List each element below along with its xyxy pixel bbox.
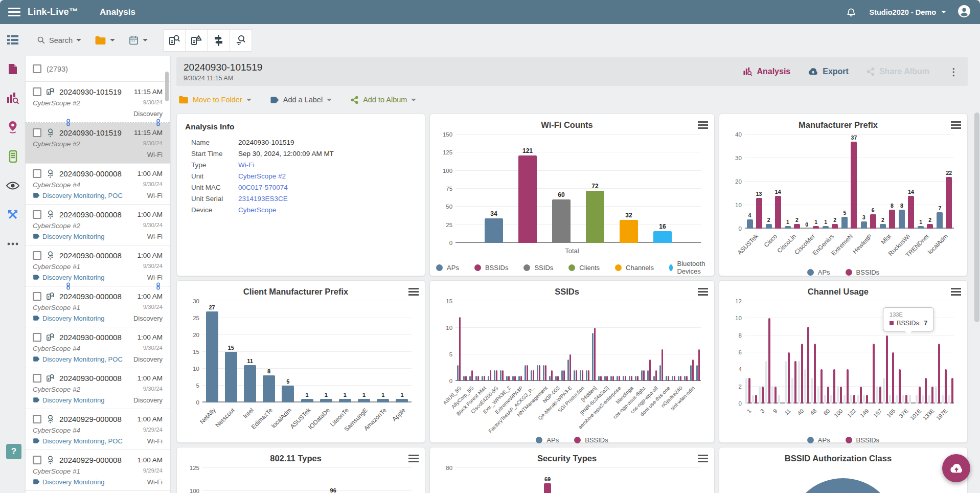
bar-SamsungE-Clients <box>358 399 370 402</box>
wifi-analysis-button[interactable] <box>230 30 252 51</box>
chart-menu-icon[interactable] <box>951 119 961 130</box>
problems-analysis-button[interactable] <box>186 30 208 51</box>
link-chain-icon <box>64 119 73 127</box>
discovery-analysis-button[interactable] <box>164 30 186 51</box>
search-control[interactable]: Search <box>37 36 81 44</box>
bar-cos-ngp-wpa-all-APs <box>653 376 655 381</box>
item-labels[interactable]: Discovery Monitoring <box>33 315 104 322</box>
item-checkbox[interactable] <box>33 128 41 137</box>
bar-ExtremeN-BSSIDs <box>851 142 857 229</box>
move-to-folder-button[interactable]: Move to Folder <box>178 96 252 104</box>
x-axis-label: Total <box>436 247 708 255</box>
item-time: 1:00 AM <box>137 374 163 382</box>
item-labels[interactable]: Discovery Monitoring <box>33 233 104 240</box>
item-checkbox[interactable] <box>33 251 41 260</box>
legend-item-bssids[interactable]: BSSIDs <box>574 436 608 444</box>
chart-card-bssid-authorization-class: BSSID Authorization Class <box>719 447 968 493</box>
upload-fab[interactable] <box>942 454 970 482</box>
legend-item-channels[interactable]: Channels <box>615 260 654 275</box>
date-filter[interactable] <box>128 35 148 46</box>
sidebar-item-analysis[interactable] <box>6 92 19 105</box>
add-to-album-button[interactable]: Add to Album <box>350 96 416 104</box>
chart-menu-icon[interactable] <box>951 286 961 297</box>
chart-menu-icon[interactable] <box>698 286 708 297</box>
item-labels[interactable]: Discovery Monitoring, POC <box>33 355 123 363</box>
legend-item-bssids[interactable]: BSSIDs <box>474 260 509 275</box>
item-checkbox[interactable] <box>33 333 41 342</box>
sidebar-item-more[interactable] <box>6 237 19 251</box>
list-item[interactable]: 20240930-0000081:00 AMCyberScope #19/30/… <box>26 245 170 286</box>
select-all-checkbox[interactable] <box>33 64 41 73</box>
item-labels[interactable]: Discovery Monitoring <box>33 274 104 281</box>
item-checkbox[interactable] <box>33 169 41 178</box>
notifications-bell-icon[interactable] <box>845 6 858 19</box>
legend-item-aps[interactable]: APs <box>807 436 830 444</box>
chart-menu-icon[interactable] <box>698 119 708 130</box>
path-analysis-button[interactable] <box>208 30 230 51</box>
list-item[interactable]: 20240929-0000081:00 AMCyberScope #49/29/… <box>26 409 170 450</box>
item-type: Discovery <box>133 396 163 404</box>
list-item[interactable]: 20240930-0000081:00 AMCyberScope #49/30/… <box>26 327 170 368</box>
list-item[interactable]: 20240930-10151911:15 AMCyberScope #29/30… <box>26 123 170 164</box>
avatar[interactable] <box>958 5 971 20</box>
bar-39-APs <box>696 365 698 381</box>
add-label-button[interactable]: Add a Label <box>270 96 332 104</box>
item-labels[interactable]: Discovery Monitoring <box>33 478 104 486</box>
sidebar-item-files[interactable] <box>6 62 19 76</box>
item-checkbox[interactable] <box>33 292 41 301</box>
bar-Intel-Clients <box>244 365 256 402</box>
main-scrollbar[interactable] <box>974 113 979 322</box>
item-checkbox[interactable] <box>33 87 41 96</box>
folder-filter[interactable] <box>95 36 115 45</box>
info-value-link[interactable]: 2314193ES3CE <box>238 195 288 203</box>
sidebar-item-trends[interactable] <box>6 208 19 221</box>
analysis-button[interactable]: Analysis <box>743 67 790 76</box>
item-labels[interactable]: Discovery Monitoring <box>33 396 104 404</box>
bar-Cisco-BSSIDs <box>775 196 781 229</box>
info-value-link[interactable]: Wi-Fi <box>238 161 254 169</box>
x-tick-label: 48 <box>809 408 817 416</box>
legend-item-aps[interactable]: APs <box>536 436 559 444</box>
account-selector[interactable]: Studio2020 - Demo <box>869 8 946 16</box>
legend-item-aps[interactable]: APs <box>436 260 459 275</box>
sidebar-item-locations[interactable] <box>6 121 19 134</box>
legend-item-clients[interactable]: Clients <box>568 260 600 275</box>
item-checkbox[interactable] <box>33 374 41 383</box>
chart-menu-icon[interactable] <box>408 453 419 464</box>
bar-37-APs <box>684 376 686 381</box>
chart-menu-icon[interactable] <box>408 286 419 297</box>
item-labels[interactable]: Discovery Monitoring, POC <box>33 437 123 445</box>
legend-item-aps[interactable]: APs <box>807 268 830 276</box>
list-scrollbar[interactable] <box>165 72 169 101</box>
list-item[interactable]: 20240930-10151911:15 AMCyberScope #29/30… <box>26 82 170 123</box>
sidebar-item-devices[interactable] <box>6 150 19 163</box>
item-unit: CyberScope #1 <box>33 467 80 475</box>
bar-11-APs <box>785 361 787 404</box>
list-item[interactable]: 20240930-0000081:00 AMCyberScope #49/30/… <box>26 164 170 205</box>
hamburger-menu-icon[interactable] <box>8 6 20 18</box>
legend-item-bluetooth-devices[interactable]: Bluetooth Devices <box>669 260 708 275</box>
info-value-link[interactable]: CyberScope <box>238 206 276 214</box>
legend-item-bssids[interactable]: BSSIDs <box>846 268 880 276</box>
item-checkbox[interactable] <box>33 456 41 464</box>
legend-item-ssids[interactable]: SSIDs <box>523 260 553 275</box>
list-item[interactable]: 20240929-0000081:00 AMCyberScope #19/29/… <box>26 450 170 491</box>
list-item[interactable]: 20240930-0000081:00 AMCyberScope #29/30/… <box>26 205 170 245</box>
export-button[interactable]: Export <box>808 67 849 76</box>
list-item[interactable]: 20240929-0000081:00 AMCyberScope #29/29/… <box>26 491 170 493</box>
info-value-link[interactable]: 00C017-570074 <box>238 184 288 191</box>
share-album-button[interactable]: Share Album <box>866 67 929 76</box>
list-item[interactable]: 20240930-0000081:00 AMCyberScope #19/30/… <box>26 286 170 327</box>
sidebar-item-observer[interactable] <box>6 179 19 192</box>
info-value-link[interactable]: CyberScope #2 <box>238 172 286 180</box>
more-options-kebab[interactable]: ⋮ <box>947 66 961 78</box>
legend-item-bssids[interactable]: BSSIDs <box>846 436 880 444</box>
item-checkbox[interactable] <box>33 415 41 423</box>
help-button[interactable]: ? <box>6 444 21 459</box>
chart-menu-icon[interactable] <box>698 453 708 464</box>
bar-9-BSSIDs <box>774 387 777 404</box>
list-item[interactable]: 20240930-0000081:00 AMCyberScope #29/30/… <box>26 368 170 409</box>
item-labels[interactable]: Discovery Monitoring, POC <box>33 192 123 199</box>
item-checkbox[interactable] <box>33 210 41 219</box>
sidebar-item-results[interactable] <box>6 33 19 47</box>
